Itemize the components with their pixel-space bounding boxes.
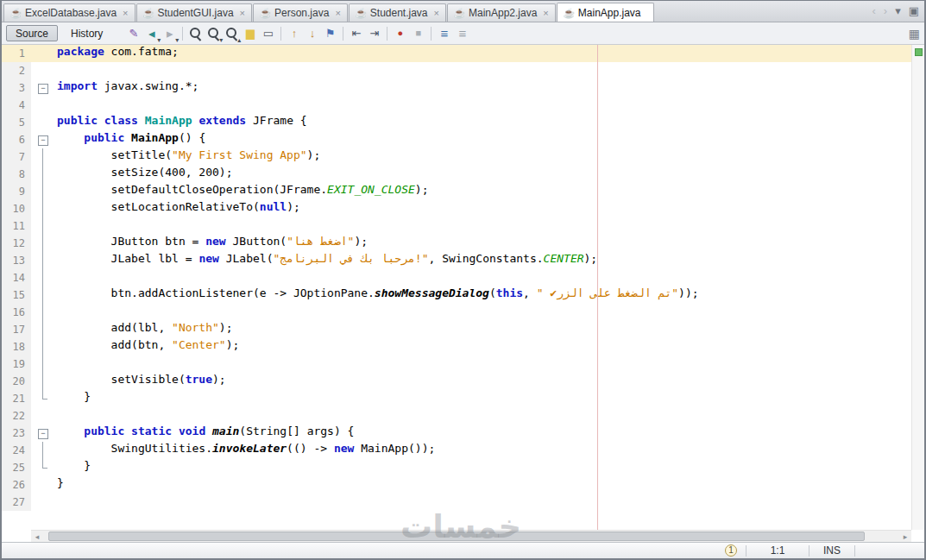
code-line[interactable]: 19	[2, 356, 911, 373]
line-number[interactable]: 18	[2, 338, 31, 356]
code-line[interactable]: 6 public MainApp() {	[2, 131, 911, 148]
editor-tab[interactable]: StudentGUI.java ×	[136, 3, 253, 22]
stop-macro-recording-icon[interactable]: ■	[409, 25, 427, 42]
code-line[interactable]: 14	[2, 269, 911, 286]
line-number[interactable]: 27	[2, 494, 31, 511]
code-line[interactable]: 25 }	[2, 459, 911, 476]
line-number[interactable]: 3	[2, 79, 31, 97]
fold-toggle-icon[interactable]	[31, 131, 54, 148]
line-number[interactable]: 13	[2, 252, 31, 269]
code-text[interactable]: setVisible(true);	[54, 373, 226, 390]
tab-close-icon[interactable]: ×	[434, 8, 439, 18]
code-line[interactable]: 13 JLabel lbl = new JLabel("مرحبا بك في …	[2, 252, 911, 269]
tab-list-dropdown-icon[interactable]: ▾	[895, 5, 901, 16]
line-number[interactable]: 25	[2, 459, 31, 476]
line-number[interactable]: 12	[2, 235, 31, 252]
line-number[interactable]: 23	[2, 425, 31, 442]
notifications-badge[interactable]: 1	[725, 544, 737, 557]
line-number[interactable]: 2	[2, 62, 31, 79]
code-line[interactable]: 1package com.fatma;	[2, 45, 911, 62]
line-number[interactable]: 7	[2, 148, 31, 166]
code-text[interactable]: public static void main(String[] args) {	[54, 425, 354, 442]
code-text[interactable]	[54, 407, 57, 425]
code-text[interactable]	[54, 269, 57, 286]
insert-mode-indicator[interactable]: INS	[809, 544, 854, 557]
code-text[interactable]: JButton btn = new JButton("اضغط هنا");	[54, 235, 368, 252]
shift-line-right-icon[interactable]: ⇥	[365, 25, 383, 42]
toggle-highlight-search-icon[interactable]: ▆	[241, 25, 259, 42]
line-number[interactable]: 22	[2, 407, 31, 425]
code-line[interactable]: 23 public static void main(String[] args…	[2, 425, 911, 442]
fold-toggle-icon[interactable]	[31, 425, 54, 442]
editor-tab[interactable]: ExcelDatabase.java ×	[3, 3, 135, 22]
code-text[interactable]	[54, 494, 57, 511]
error-stripe[interactable]	[911, 45, 924, 530]
code-text[interactable]: btn.addActionListener(e -> JOptionPane.s…	[54, 286, 699, 304]
code-line[interactable]: 7 setTitle("My First Swing App");	[2, 148, 911, 166]
line-number[interactable]: 20	[2, 373, 31, 390]
editor-tab[interactable]: Person.java ×	[253, 3, 348, 22]
editor-toolbar-options-icon[interactable]: ▦	[909, 27, 920, 41]
code-text[interactable]: public MainApp() {	[54, 131, 205, 148]
code-line[interactable]: 15 btn.addActionListener(e -> JOptionPan…	[2, 286, 911, 304]
line-number[interactable]: 5	[2, 114, 31, 131]
code-text[interactable]: JLabel lbl = new JLabel("مرحبا بك في الب…	[54, 252, 597, 269]
editor-tab[interactable]: Student.java ×	[349, 3, 446, 22]
code-text[interactable]: public class MainApp extends JFrame {	[54, 114, 307, 131]
find-selection-icon[interactable]	[186, 25, 205, 42]
editor-tab[interactable]: MainApp2.java ×	[447, 3, 556, 22]
code-text[interactable]: SwingUtilities.invokeLater(() -> new Mai…	[54, 442, 435, 459]
code-text[interactable]	[54, 62, 57, 79]
history-view-button[interactable]: History	[61, 25, 112, 41]
code-text[interactable]	[54, 356, 57, 373]
uncomment-icon[interactable]: ≡	[453, 25, 471, 42]
shift-line-left-icon[interactable]: ⇤	[347, 25, 365, 42]
line-number[interactable]: 15	[2, 286, 31, 304]
previous-bookmark-icon[interactable]: ↑	[285, 25, 303, 42]
code-text[interactable]	[54, 217, 57, 235]
line-number[interactable]: 8	[2, 166, 31, 183]
tab-close-icon[interactable]: ×	[543, 8, 548, 18]
code-line[interactable]: 18 add(btn, "Center");	[2, 338, 911, 356]
line-number[interactable]: 6	[2, 131, 31, 148]
code-line[interactable]: 17 add(lbl, "North");	[2, 321, 911, 338]
line-number[interactable]: 1	[2, 45, 31, 62]
start-macro-recording-icon[interactable]: ●	[391, 25, 409, 42]
line-number[interactable]: 26	[2, 476, 31, 494]
scroll-tabs-left-icon[interactable]: ‹	[872, 5, 875, 16]
code-text[interactable]: import javax.swing.*;	[54, 79, 198, 97]
code-line[interactable]: 10 setLocationRelativeTo(null);	[2, 200, 911, 217]
code-text[interactable]: setTitle("My First Swing App");	[54, 148, 320, 166]
code-line[interactable]: 20 setVisible(true);	[2, 373, 911, 390]
code-text[interactable]: }	[54, 476, 64, 494]
code-line[interactable]: 8 setSize(400, 200);	[2, 166, 911, 183]
code-line[interactable]: 16	[2, 304, 911, 321]
code-text[interactable]: setLocationRelativeTo(null);	[54, 200, 300, 217]
rectangular-selection-icon[interactable]: ▭	[259, 25, 277, 42]
scroll-right-icon[interactable]: ▸	[899, 531, 911, 543]
line-number[interactable]: 17	[2, 321, 31, 338]
line-number[interactable]: 21	[2, 390, 31, 407]
line-number[interactable]: 14	[2, 269, 31, 286]
last-edited-icon[interactable]: ✎	[124, 25, 142, 42]
line-number[interactable]: 10	[2, 200, 31, 217]
tab-close-icon[interactable]: ×	[335, 8, 340, 18]
code-line[interactable]: 5public class MainApp extends JFrame {	[2, 114, 911, 131]
code-text[interactable]: package com.fatma;	[54, 45, 179, 62]
line-number[interactable]: 4	[2, 97, 31, 114]
scroll-left-icon[interactable]: ◂	[31, 531, 43, 543]
line-number[interactable]: 9	[2, 183, 31, 200]
code-line[interactable]: 4	[2, 97, 911, 114]
code-text[interactable]: }	[54, 459, 91, 476]
code-text[interactable]: setSize(400, 200);	[54, 166, 233, 183]
line-number[interactable]: 19	[2, 356, 31, 373]
code-line[interactable]: 22	[2, 407, 911, 425]
code-line[interactable]: 9 setDefaultCloseOperation(JFrame.EXIT_O…	[2, 183, 911, 200]
code-text[interactable]: add(btn, "Center");	[54, 338, 239, 356]
code-line[interactable]: 11	[2, 217, 911, 235]
line-number[interactable]: 11	[2, 217, 31, 235]
find-previous-occurrence-icon[interactable]: ▴	[223, 25, 241, 42]
toggle-bookmark-icon[interactable]: ⚑	[321, 25, 339, 42]
tab-close-icon[interactable]: ×	[123, 8, 128, 18]
scroll-tabs-right-icon[interactable]: ›	[884, 5, 887, 16]
